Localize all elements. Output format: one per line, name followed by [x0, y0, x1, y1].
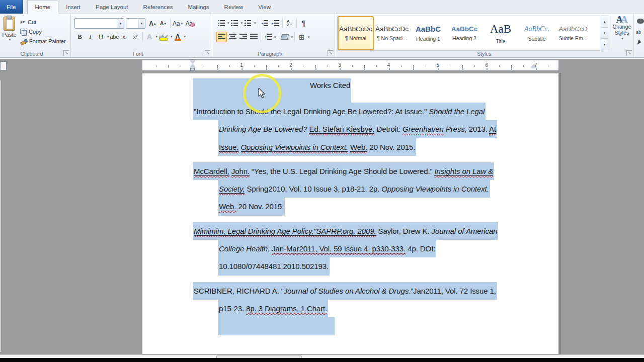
- doc-text-segment: Drinking Age Be Lowered?: [219, 125, 309, 133]
- font-size-combo[interactable]: ▾: [126, 18, 145, 29]
- bullets-button[interactable]: [216, 19, 226, 28]
- style-nospacing[interactable]: AaBbCcDc¶ No Spaci...: [374, 16, 410, 50]
- document-page[interactable]: Works Cited"Introduction to Should the L…: [142, 73, 559, 354]
- shading-button[interactable]: [280, 32, 290, 42]
- doc-line[interactable]: Society, Spring2010, Vol. 10 Issue 3, p1…: [218, 180, 498, 198]
- underline-button[interactable]: U: [96, 32, 106, 42]
- font-color-dropdown[interactable]: ▾: [184, 35, 186, 39]
- horizontal-scrollbar[interactable]: [0, 354, 644, 358]
- style-normal[interactable]: AaBbCcDc¶ Normal: [338, 16, 374, 50]
- paste-dropdown-arrow[interactable]: ▾: [2, 38, 18, 42]
- replace-icon[interactable]: ab: [636, 30, 641, 35]
- left-indent-marker[interactable]: [190, 68, 195, 70]
- numbering-button[interactable]: [230, 19, 239, 28]
- clipboard-dialog-launcher[interactable]: ↘: [63, 50, 69, 56]
- styles-scroll-up-button[interactable]: ▴: [601, 16, 608, 28]
- doc-line[interactable]: Mimimim. Legal Drinking Age Policy."SAPR…: [193, 222, 498, 240]
- borders-dropdown[interactable]: ▾: [308, 35, 310, 39]
- tab-selector-button[interactable]: [0, 61, 7, 70]
- ruler-strip[interactable]: 1234567: [142, 60, 559, 71]
- change-styles-button[interactable]: AA Change Styles ▾: [610, 17, 633, 42]
- align-right-button[interactable]: [238, 32, 248, 42]
- multilevel-list-dropdown[interactable]: ▾: [254, 21, 256, 25]
- line-spacing-dropdown[interactable]: ▾: [274, 35, 276, 39]
- font-name-dropdown[interactable]: ▾: [117, 19, 124, 28]
- subscript-button[interactable]: x₂: [120, 32, 130, 42]
- doc-line[interactable]: p15-23. 8p. 3 Diagrams, 1 Chart.: [218, 300, 498, 317]
- style-heading2[interactable]: AaBbCcHeading 2: [446, 16, 482, 50]
- align-center-button[interactable]: [228, 32, 237, 42]
- doc-paragraph: SCRIBNER, RICHARD A. “Journal of Studies…: [193, 282, 498, 335]
- clear-formatting-button[interactable]: Aa: [184, 19, 195, 28]
- doc-line[interactable]: 10.1080/07448481.2010.502193.: [218, 257, 498, 275]
- doc-line[interactable]: [218, 317, 498, 335]
- doc-line[interactable]: Web. 20 Nov. 2015.: [218, 198, 498, 215]
- doc-title-line[interactable]: Works Cited: [193, 78, 498, 103]
- shrink-font-button[interactable]: A▼: [158, 19, 168, 28]
- shading-dropdown[interactable]: ▾: [291, 35, 293, 39]
- bold-button[interactable]: B: [75, 32, 85, 42]
- doc-line[interactable]: Drinking Age Be Lowered? Ed. Stefan Kies…: [218, 120, 498, 138]
- strikethrough-button[interactable]: abc: [110, 32, 119, 42]
- ruler-tab-stop-mark: [364, 68, 365, 70]
- text-effects-dropdown[interactable]: ▾: [156, 35, 158, 39]
- text-effects-button[interactable]: A: [145, 32, 154, 42]
- font-color-button[interactable]: A: [173, 32, 183, 42]
- doc-text-segment: College Health.: [219, 244, 270, 253]
- tab-insert[interactable]: Insert: [58, 0, 88, 14]
- find-icon[interactable]: [637, 19, 644, 24]
- justify-button[interactable]: [249, 32, 259, 42]
- style-title[interactable]: AaBTitle: [482, 16, 519, 50]
- tab-file[interactable]: File: [0, 0, 23, 14]
- select-cursor-icon[interactable]: [637, 39, 641, 45]
- font-name-combo[interactable]: ▾: [74, 18, 124, 29]
- doc-line[interactable]: McCardell, John. “Yes, the U.S. Legal Dr…: [193, 162, 498, 180]
- tab-mailings[interactable]: Mailings: [180, 0, 216, 14]
- superscript-button[interactable]: x²: [131, 32, 140, 42]
- multilevel-list-button[interactable]: [243, 19, 253, 28]
- borders-button[interactable]: ⊞: [297, 32, 306, 42]
- styles-dialog-launcher[interactable]: ↘: [626, 50, 632, 56]
- highlight-color-button[interactable]: ab🖉: [158, 32, 169, 42]
- copy-button[interactable]: Copy: [20, 27, 66, 36]
- decrease-indent-button[interactable]: ◂: [260, 19, 270, 28]
- tab-references[interactable]: References: [136, 0, 181, 14]
- change-case-button[interactable]: Aa▾: [173, 19, 183, 28]
- doc-line[interactable]: "Introduction to Should the Legal Drinki…: [193, 103, 498, 120]
- italic-button[interactable]: I: [86, 32, 95, 42]
- doc-line[interactable]: College Health. Jan-Mar2011, Vol. 59 Iss…: [218, 240, 498, 257]
- styles-more-button[interactable]: ▾: [601, 38, 608, 50]
- doc-text-segment: Insights on Law &: [434, 167, 493, 176]
- tab-page-layout[interactable]: Page Layout: [88, 0, 136, 14]
- font-dialog-launcher[interactable]: ↘: [205, 50, 210, 56]
- tab-review[interactable]: Review: [217, 0, 251, 14]
- style-subtitle[interactable]: AaBbCc.Subtitle: [519, 16, 555, 50]
- doc-line[interactable]: Issue. Opposing Viewpoints in Context. W…: [218, 138, 498, 156]
- underline-dropdown[interactable]: ▾: [107, 35, 109, 39]
- increase-indent-button[interactable]: ▸: [271, 19, 280, 28]
- hanging-indent-marker[interactable]: [190, 64, 195, 68]
- cut-button[interactable]: ✂ Cut: [20, 17, 66, 27]
- line-spacing-button[interactable]: ↕: [263, 32, 273, 42]
- grow-font-button[interactable]: A▲: [148, 19, 157, 28]
- paste-button[interactable]: Paste ▾: [1, 16, 18, 54]
- styles-scroll-down-button[interactable]: ▾: [601, 27, 608, 39]
- format-painter-button[interactable]: Format Painter: [20, 36, 66, 46]
- align-left-button[interactable]: [216, 32, 227, 42]
- bullets-dropdown[interactable]: ▾: [227, 21, 229, 25]
- style-preview: AaB: [490, 23, 511, 36]
- first-line-indent-marker[interactable]: [190, 60, 195, 63]
- style-subtleem[interactable]: AaBbCcDSubtle Em...: [555, 16, 591, 50]
- highlight-color-dropdown[interactable]: ▾: [171, 35, 173, 39]
- style-heading1[interactable]: AaBbCHeading 1: [410, 16, 446, 50]
- font-size-dropdown[interactable]: ▾: [138, 19, 145, 28]
- tab-home[interactable]: Home: [27, 0, 59, 14]
- sort-button[interactable]: AZ↓: [285, 19, 294, 28]
- scissors-icon: ✂: [20, 19, 25, 26]
- show-hide-paragraph-button[interactable]: ¶: [299, 19, 308, 28]
- doc-line[interactable]: SCRIBNER, RICHARD A. “Journal of Studies…: [193, 282, 498, 300]
- paragraph-dialog-launcher[interactable]: ↘: [328, 50, 333, 56]
- tab-view[interactable]: View: [251, 0, 278, 14]
- numbering-dropdown[interactable]: ▾: [241, 21, 243, 25]
- doc-text-segment: Saylor, Drew K.: [376, 227, 432, 235]
